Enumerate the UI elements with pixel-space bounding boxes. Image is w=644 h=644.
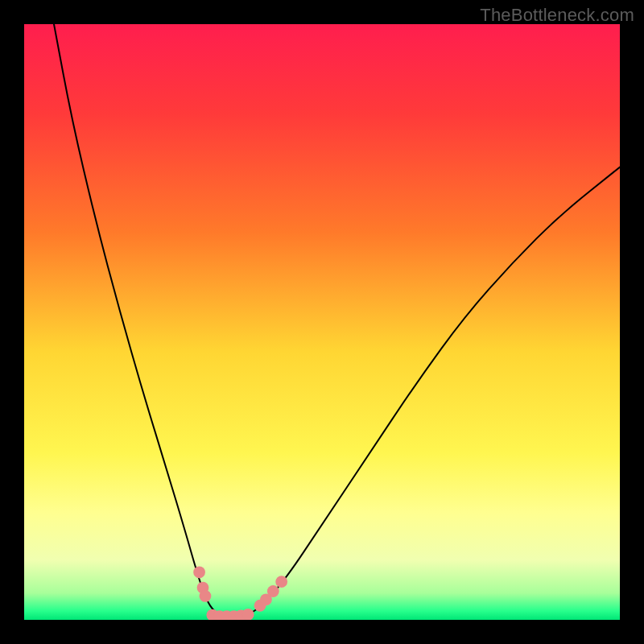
watermark-text: TheBottleneck.com xyxy=(480,5,634,26)
marker-dot xyxy=(200,590,212,602)
marker-dot xyxy=(193,566,205,578)
curve-layer xyxy=(24,24,620,620)
chart-frame: TheBottleneck.com xyxy=(0,0,644,644)
marker-dot xyxy=(275,576,287,588)
bottleneck-curve xyxy=(54,24,620,617)
marker-dot xyxy=(267,585,279,597)
plot-area xyxy=(24,24,620,620)
marker-dot xyxy=(242,609,254,620)
marker-group xyxy=(193,566,287,620)
